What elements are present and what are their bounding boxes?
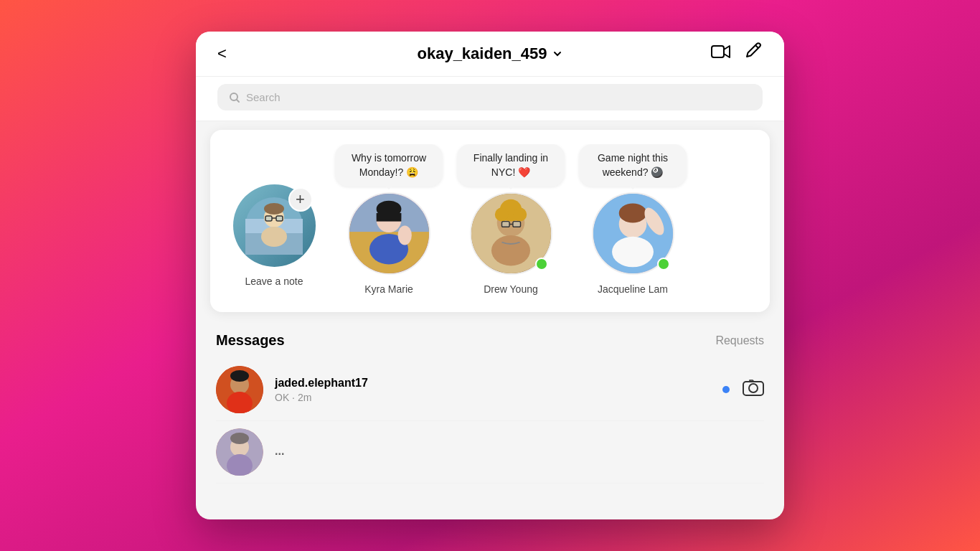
msg-avatar-image-1 — [216, 366, 263, 413]
unread-dot-1 — [722, 386, 730, 393]
svg-point-25 — [512, 207, 526, 221]
compose-icon[interactable] — [744, 42, 763, 65]
msg-info-2: ... — [275, 445, 764, 460]
self-avatar-wrapper: + — [233, 184, 316, 267]
svg-rect-8 — [276, 216, 283, 221]
svg-rect-0 — [712, 46, 724, 57]
message-item-2[interactable]: ... — [216, 421, 764, 484]
svg-rect-27 — [512, 222, 520, 227]
jacqueline-note-bubble: Game night this weekend? 🎱 — [579, 144, 687, 187]
search-icon — [229, 92, 240, 103]
msg-avatar-2 — [216, 428, 263, 476]
svg-point-18 — [397, 226, 411, 245]
drew-note-text: Finally landing in NYC! ❤️ — [473, 152, 548, 178]
header: < okay_kaiden_459 — [196, 32, 784, 77]
drew-note-bubble: Finally landing in NYC! ❤️ — [457, 144, 565, 187]
svg-point-39 — [230, 370, 249, 382]
search-field[interactable]: Search — [217, 84, 763, 110]
messages-section: Messages Requests — [196, 321, 784, 484]
msg-avatar-1 — [216, 366, 263, 413]
jacqueline-note-text: Game night this weekend? 🎱 — [598, 152, 668, 178]
kyra-note-text: Why is tomorrow Monday!? 😩 — [352, 152, 426, 178]
svg-point-10 — [264, 203, 284, 215]
self-note-label: Leave a note — [245, 276, 303, 287]
contact-jacqueline[interactable]: Game night this weekend? 🎱 — [579, 144, 687, 295]
svg-point-41 — [749, 384, 758, 392]
kyra-note-bubble: Why is tomorrow Monday!? 😩 — [335, 144, 443, 187]
jacqueline-name: Jacqueline Lam — [598, 283, 668, 295]
msg-info-1: jaded.elephant17 OK · 2m — [275, 377, 711, 403]
messages-title: Messages — [216, 332, 285, 349]
back-button[interactable]: < — [217, 44, 227, 63]
chevron-down-icon — [552, 48, 563, 60]
jacqueline-online-indicator — [657, 258, 670, 270]
svg-point-24 — [494, 207, 508, 221]
svg-point-32 — [612, 237, 654, 267]
msg-avatar-image-2 — [216, 428, 263, 476]
jacqueline-avatar-wrapper — [592, 192, 674, 275]
header-username[interactable]: okay_kaiden_459 — [417, 44, 562, 63]
self-note-item[interactable]: + Leave a note — [227, 144, 321, 287]
message-item-1[interactable]: jaded.elephant17 OK · 2m — [216, 359, 764, 421]
messages-header: Messages Requests — [216, 332, 764, 349]
search-bar-container: Search — [196, 77, 784, 121]
contact-drew[interactable]: Finally landing in NYC! ❤️ — [457, 144, 565, 295]
svg-point-6 — [261, 227, 287, 247]
kyra-name: Kyra Marie — [364, 283, 413, 295]
notes-panel: + Leave a note Why is tomorrow Monday!? … — [210, 130, 770, 312]
phone-container: < okay_kaiden_459 — [196, 32, 784, 519]
kyra-avatar-image — [349, 194, 429, 273]
requests-link[interactable]: Requests — [715, 334, 764, 347]
svg-point-33 — [618, 204, 646, 223]
msg-username-2: ... — [275, 445, 764, 458]
camera-icon-1[interactable] — [743, 378, 764, 401]
svg-point-46 — [230, 433, 249, 444]
msg-person-avatar — [216, 366, 263, 413]
svg-rect-17 — [376, 213, 401, 222]
search-placeholder: Search — [246, 91, 281, 103]
msg-actions-1 — [722, 378, 764, 401]
video-call-icon[interactable] — [711, 44, 731, 64]
drew-name: Drew Young — [484, 283, 538, 295]
svg-point-22 — [491, 235, 529, 265]
kyra-avatar — [348, 192, 430, 275]
svg-rect-26 — [501, 222, 509, 227]
notes-row: + Leave a note Why is tomorrow Monday!? … — [227, 144, 753, 295]
username-text: okay_kaiden_459 — [417, 44, 547, 63]
kyra-avatar-wrapper — [348, 192, 430, 275]
add-note-button[interactable]: + — [288, 187, 313, 212]
msg-username-1: jaded.elephant17 — [275, 377, 711, 390]
msg-preview-1: OK · 2m — [275, 392, 711, 403]
drew-avatar-wrapper — [470, 192, 552, 275]
contact-kyra[interactable]: Why is tomorrow Monday!? 😩 — [335, 144, 443, 295]
header-icons — [711, 42, 763, 65]
svg-rect-7 — [265, 216, 272, 221]
drew-online-indicator — [535, 258, 548, 270]
